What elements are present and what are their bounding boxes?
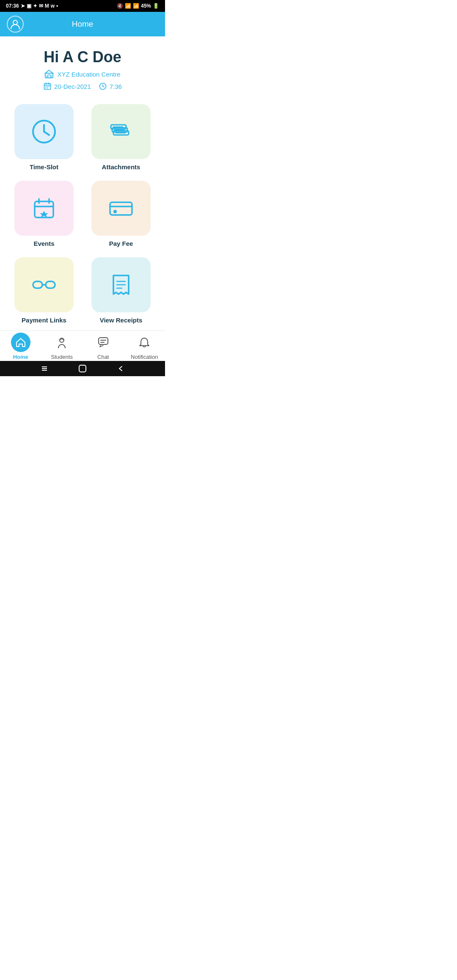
events-icon-box xyxy=(14,181,74,236)
home-nav-label: Home xyxy=(13,354,28,360)
date-item: 20-Dec-2021 xyxy=(43,82,91,91)
clock-icon xyxy=(99,82,107,91)
nav-item-home[interactable]: Home xyxy=(6,333,36,360)
status-bar: 07:36 ➤ ▣ ✦ ✉ M w • 🔇 📶 📶 45% 🔋 xyxy=(0,0,165,12)
notification-icon-wrap xyxy=(135,333,154,352)
signal-icon: 📶 xyxy=(133,3,139,9)
date-text: 20-Dec-2021 xyxy=(54,83,91,90)
time-slot-icon-box xyxy=(14,104,74,159)
students-icon xyxy=(55,336,68,349)
bottom-nav: Home Students Chat xyxy=(0,330,165,361)
navigation-icon: ➤ xyxy=(21,3,25,9)
svg-rect-12 xyxy=(45,88,47,88)
grid-item-payment-links[interactable]: Payment Links xyxy=(11,257,77,324)
institution-icon xyxy=(44,69,54,79)
grid-item-view-receipts[interactable]: View Receipts xyxy=(88,257,154,324)
svg-rect-10 xyxy=(47,86,48,87)
svg-line-16 xyxy=(103,86,104,87)
grid-item-attachments[interactable]: Attachments xyxy=(88,104,154,171)
payment-links-icon-box xyxy=(14,257,74,312)
svg-rect-9 xyxy=(45,86,47,87)
attachments-icon xyxy=(106,116,136,147)
nav-item-chat[interactable]: Chat xyxy=(88,333,118,360)
battery-icon: 🔋 xyxy=(153,3,159,9)
gmail-icon: M xyxy=(45,3,49,9)
time-slot-icon xyxy=(29,116,59,147)
mute-icon: 🔇 xyxy=(117,3,123,9)
view-receipts-icon-box xyxy=(91,257,151,312)
view-receipts-icon xyxy=(106,270,136,300)
recent-apps-icon[interactable] xyxy=(41,365,48,372)
wifi-icon: 📶 xyxy=(125,3,131,9)
notification-icon xyxy=(138,336,150,348)
app-header: Home xyxy=(0,12,165,36)
notification-nav-label: Notification xyxy=(131,354,158,360)
svg-rect-2 xyxy=(48,75,51,78)
avatar[interactable] xyxy=(7,16,24,33)
time-item: 7:36 xyxy=(99,82,122,91)
svg-rect-41 xyxy=(99,338,108,344)
menu-grid: Time-Slot Attachments xyxy=(11,104,154,324)
svg-rect-31 xyxy=(110,202,132,215)
chat-icon-wrap xyxy=(94,333,113,352)
svg-rect-35 xyxy=(46,281,55,288)
attachments-icon-box xyxy=(91,104,151,159)
system-nav-bar xyxy=(0,361,165,376)
chat-nav-label: Chat xyxy=(97,354,109,360)
students-nav-label: Students xyxy=(51,354,73,360)
mail-icon: ✉ xyxy=(39,3,43,9)
dot-icon: • xyxy=(56,3,58,9)
status-left: 07:36 ➤ ▣ ✦ ✉ M w • xyxy=(6,3,58,9)
header-title: Home xyxy=(72,19,94,29)
svg-rect-1 xyxy=(45,73,53,78)
status-time: 07:36 xyxy=(6,3,19,9)
svg-point-33 xyxy=(113,210,117,213)
events-label: Events xyxy=(33,240,54,247)
time-text: 7:36 xyxy=(110,83,122,90)
payment-links-icon xyxy=(29,270,59,300)
svg-point-0 xyxy=(13,20,17,25)
photo-icon: ▣ xyxy=(27,3,31,9)
svg-marker-30 xyxy=(40,211,48,217)
pay-fee-icon xyxy=(106,193,136,223)
students-icon-wrap xyxy=(52,333,72,352)
battery-text: 45% xyxy=(141,3,151,9)
greeting-text: Hi A C Doe xyxy=(44,48,121,66)
datetime-row: 20-Dec-2021 7:36 xyxy=(43,82,122,91)
nav-item-notification[interactable]: Notification xyxy=(129,333,160,360)
svg-rect-47 xyxy=(79,365,86,372)
svg-rect-34 xyxy=(33,281,42,288)
events-icon xyxy=(29,193,59,223)
svg-rect-11 xyxy=(49,86,50,87)
payment-links-label: Payment Links xyxy=(22,317,66,324)
home-icon xyxy=(15,337,26,348)
home-button-icon[interactable] xyxy=(78,364,87,373)
pay-fee-icon-box xyxy=(91,181,151,236)
main-content: Hi A C Doe XYZ Education Centre xyxy=(0,36,165,330)
pay-fee-label: Pay Fee xyxy=(109,240,133,247)
app-icon: w xyxy=(51,3,55,9)
attachments-label: Attachments xyxy=(102,163,140,171)
view-receipts-label: View Receipts xyxy=(100,317,143,324)
calendar-icon xyxy=(43,82,52,91)
chat-icon xyxy=(97,336,109,348)
institution-row: XYZ Education Centre xyxy=(44,69,120,79)
grid-item-pay-fee[interactable]: Pay Fee xyxy=(88,181,154,247)
status-right: 🔇 📶 📶 45% 🔋 xyxy=(117,3,159,9)
svg-line-19 xyxy=(44,132,49,135)
bluetooth-icon: ✦ xyxy=(33,3,37,9)
home-icon-wrap xyxy=(11,333,30,352)
grid-item-events[interactable]: Events xyxy=(11,181,77,247)
svg-rect-13 xyxy=(47,88,48,88)
time-slot-label: Time-Slot xyxy=(30,163,58,171)
back-button-icon[interactable] xyxy=(117,365,124,372)
nav-item-students[interactable]: Students xyxy=(47,333,77,360)
institution-name: XYZ Education Centre xyxy=(57,71,120,78)
grid-item-time-slot[interactable]: Time-Slot xyxy=(11,104,77,171)
